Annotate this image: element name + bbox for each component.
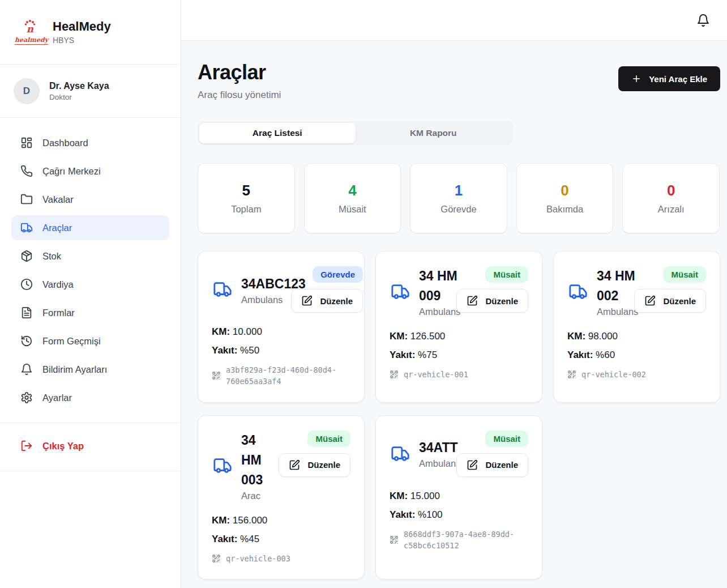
- stat-label: Arızalı: [658, 204, 685, 215]
- sidebar-item-vakalar[interactable]: Vakalar: [11, 187, 169, 212]
- fuel-label: Yakıt:: [212, 534, 237, 544]
- sidebar-item-bildirim-ayarlari[interactable]: Bildirim Ayarları: [11, 357, 169, 382]
- edit-button[interactable]: Düzenle: [291, 289, 363, 313]
- nav-item-label: Vakalar: [42, 194, 74, 205]
- svg-text:n: n: [27, 23, 34, 34]
- stat-card: 4 Müsait: [304, 163, 401, 233]
- stat-value: 4: [348, 182, 356, 199]
- km-label: KM:: [212, 515, 230, 526]
- vehicle-plate: 34 HM 009: [419, 266, 460, 306]
- truck-icon: [212, 280, 233, 299]
- vehicle-type: Arac: [241, 491, 267, 501]
- qr-row: qr-vehicle-002: [567, 369, 706, 380]
- add-vehicle-button[interactable]: Yeni Araç Ekle: [618, 66, 720, 91]
- bell-icon[interactable]: [696, 14, 710, 27]
- fuel-label: Yakıt:: [212, 345, 237, 356]
- main-area: Araçlar Araç filosu yönetimi Yeni Araç E…: [181, 0, 727, 588]
- vehicle-type: Ambulans: [419, 458, 460, 469]
- history-icon: [20, 335, 33, 347]
- stat-card: 0 Bakımda: [516, 163, 614, 233]
- km-value: 98.000: [588, 331, 618, 342]
- qr-value: a3bf829a-f23d-460d-80d4-760e65aa3af4: [226, 364, 350, 387]
- qr-code-icon: [390, 370, 399, 379]
- brand-subtitle: HBYS: [53, 36, 111, 45]
- nav-item-label: Bildirim Ayarları: [42, 364, 107, 375]
- sidebar-item-cagri-merkezi[interactable]: Çağrı Merkezi: [11, 159, 169, 184]
- clock-icon: [20, 278, 33, 291]
- vehicle-card: 34ABC123 Ambulans Görevde Düzenle: [198, 251, 365, 403]
- km-row: KM: 15.000: [390, 491, 528, 502]
- fuel-label: Yakıt:: [390, 509, 415, 520]
- fuel-row: Yakıt: %50: [212, 345, 350, 356]
- brand-name: HealMedy: [53, 19, 111, 34]
- tab-bar: Araç Listesi KM Raporu: [198, 121, 513, 145]
- status-badge: Müsait: [485, 431, 528, 447]
- tab-km-raporu[interactable]: KM Raporu: [356, 123, 512, 143]
- qr-row: 8668ddf3-907a-4ae8-89dd-c58bc6c10512: [390, 529, 528, 552]
- vehicle-grid: 34ABC123 Ambulans Görevde Düzenle: [198, 251, 720, 580]
- stat-label: Bakımda: [546, 204, 583, 215]
- vehicle-actions: Müsait Düzenle: [279, 431, 350, 501]
- fuel-label: Yakıt:: [567, 350, 593, 360]
- status-badge: Müsait: [663, 266, 706, 283]
- sidebar-item-ayarlar[interactable]: Ayarlar: [11, 385, 169, 410]
- fuel-value: %60: [596, 350, 615, 360]
- qr-row: a3bf829a-f23d-460d-80d4-760e65aa3af4: [212, 364, 350, 387]
- tab-label: Araç Listesi: [253, 128, 302, 138]
- sidebar-item-stok[interactable]: Stok: [11, 244, 169, 269]
- stat-value: 0: [667, 182, 675, 199]
- nav-item-label: Formlar: [42, 308, 75, 318]
- vehicle-card: 34 HM 009 Ambulans Müsait Düzenle: [375, 251, 542, 403]
- logout-section: Çıkış Yap: [0, 423, 181, 471]
- folder-icon: [20, 193, 33, 206]
- sidebar: n healmedy HealMedy HBYS D Dr. Ayse Kaya…: [0, 0, 181, 588]
- edit-label: Düzenle: [485, 460, 518, 470]
- edit-label: Düzenle: [307, 460, 340, 470]
- edit-icon: [467, 459, 478, 471]
- fuel-row: Yakıt: %75: [390, 350, 528, 361]
- sidebar-item-araclar[interactable]: Araçlar: [11, 215, 169, 240]
- edit-button[interactable]: Düzenle: [456, 289, 528, 313]
- nav-item-label: Dashboard: [42, 138, 88, 148]
- phone-icon: [20, 165, 33, 177]
- logo-wordmark: healmedy: [15, 36, 48, 45]
- km-value: 10.000: [233, 326, 262, 337]
- stat-value: 1: [455, 182, 463, 199]
- qr-code-icon: [567, 370, 576, 379]
- healmedy-logo: n healmedy: [15, 19, 45, 45]
- vehicle-card: 34 HM 003 Arac Müsait Düzenle: [198, 415, 365, 580]
- sidebar-item-dashboard[interactable]: Dashboard: [11, 130, 169, 155]
- vehicle-actions: Müsait Düzenle: [456, 431, 528, 477]
- edit-label: Düzenle: [320, 296, 353, 306]
- gear-icon: [20, 391, 33, 404]
- edit-icon: [289, 459, 300, 471]
- edit-button[interactable]: Düzenle: [456, 453, 528, 477]
- vehicle-actions: Görevde Düzenle: [291, 266, 363, 313]
- sidebar-item-vardiya[interactable]: Vardiya: [11, 272, 169, 297]
- fuel-row: Yakıt: %45: [212, 534, 350, 545]
- qr-row: qr-vehicle-003: [212, 553, 350, 564]
- qr-value: qr-vehicle-001: [404, 369, 468, 380]
- add-vehicle-label: Yeni Araç Ekle: [649, 74, 707, 84]
- sidebar-item-formlar[interactable]: Formlar: [11, 300, 169, 325]
- edit-button[interactable]: Düzenle: [634, 289, 706, 313]
- edit-button[interactable]: Düzenle: [279, 453, 350, 477]
- dashboard-icon: [20, 137, 33, 149]
- fuel-row: Yakıt: %60: [567, 350, 706, 361]
- vehicle-card: 34ATT Ambulans Müsait Düzenle: [375, 415, 542, 580]
- km-row: KM: 156.000: [212, 515, 350, 526]
- fuel-row: Yakıt: %100: [390, 509, 528, 521]
- page-subtitle: Araç filosu yönetimi: [198, 90, 281, 101]
- vehicle-card: 34 HM 002 Ambulans Müsait Düzenle: [553, 251, 720, 403]
- bell-icon: [20, 363, 33, 376]
- brand-text: HealMedy HBYS: [53, 19, 111, 45]
- sidebar-item-form-gecmisi[interactable]: Form Geçmişi: [11, 329, 169, 353]
- nav-item-label: Araçlar: [42, 223, 72, 233]
- tab-arac-listesi[interactable]: Araç Listesi: [199, 123, 356, 143]
- truck-icon: [390, 444, 411, 463]
- page-title: Araçlar: [198, 61, 281, 84]
- truck-icon: [212, 456, 233, 475]
- logout-button[interactable]: Çıkış Yap: [11, 433, 169, 458]
- tab-label: KM Raporu: [410, 128, 457, 138]
- km-row: KM: 10.000: [212, 326, 350, 338]
